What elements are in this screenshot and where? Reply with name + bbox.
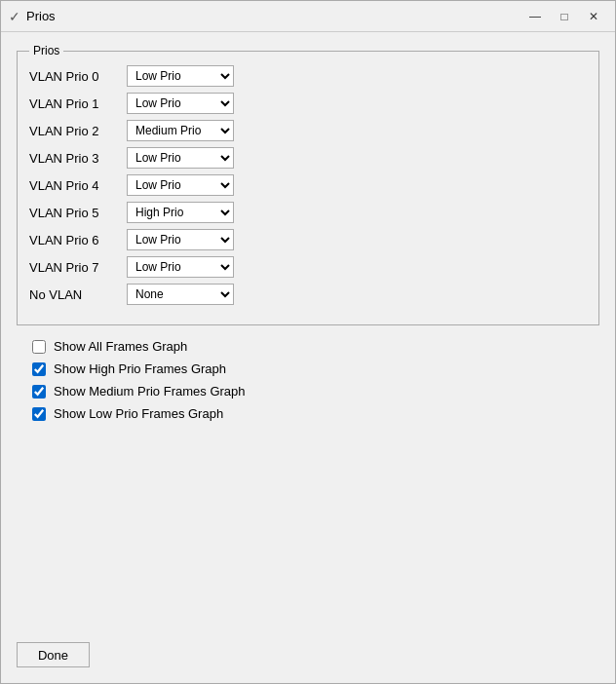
prio-label-novlan: No VLAN xyxy=(29,287,127,302)
checkbox-high-prio-frames-label[interactable]: Show High Prio Frames Graph xyxy=(54,361,226,376)
prio-row-4: VLAN Prio 4 None Low Prio Medium Prio Hi… xyxy=(29,174,587,196)
checkbox-row-medium: Show Medium Prio Frames Graph xyxy=(32,384,599,399)
prio-row-5: VLAN Prio 5 None Low Prio Medium Prio Hi… xyxy=(29,202,587,223)
checkbox-low-prio-frames[interactable] xyxy=(32,407,46,421)
checkbox-high-prio-frames[interactable] xyxy=(32,362,46,376)
prio-select-0[interactable]: None Low Prio Low Prio Medium Prio High … xyxy=(127,65,234,87)
checkbox-row-all: Show All Frames Graph xyxy=(32,339,599,354)
prio-select-novlan[interactable]: None Low Prio Medium Prio High Prio xyxy=(127,284,234,305)
done-button[interactable]: Done xyxy=(17,642,90,667)
prio-label-0: VLAN Prio 0 xyxy=(29,69,127,84)
prio-row-2: VLAN Prio 2 None Low Prio Medium Prio Hi… xyxy=(29,120,587,141)
window-title: Prios xyxy=(26,9,56,23)
title-bar: ✓ Prios — □ ✕ xyxy=(1,1,615,32)
prio-label-7: VLAN Prio 7 xyxy=(29,260,127,275)
title-bar-left: ✓ Prios xyxy=(9,9,56,24)
title-bar-controls: — □ ✕ xyxy=(521,7,607,26)
prio-label-2: VLAN Prio 2 xyxy=(29,124,127,138)
prio-row-7: VLAN Prio 7 None Low Prio Medium Prio Hi… xyxy=(29,256,587,278)
footer: Done xyxy=(1,632,615,683)
close-button[interactable]: ✕ xyxy=(580,7,607,26)
prio-label-1: VLAN Prio 1 xyxy=(29,96,127,111)
main-window: ✓ Prios — □ ✕ Prios VLAN Prio 0 None Low… xyxy=(0,0,616,684)
checkboxes-section: Show All Frames Graph Show High Prio Fra… xyxy=(17,335,599,425)
content-area: Prios VLAN Prio 0 None Low Prio Low Prio… xyxy=(1,32,615,632)
prio-select-3[interactable]: None Low Prio Medium Prio High Prio xyxy=(127,147,234,169)
checkbox-medium-prio-frames-label[interactable]: Show Medium Prio Frames Graph xyxy=(54,384,246,399)
prio-row-3: VLAN Prio 3 None Low Prio Medium Prio Hi… xyxy=(29,147,587,169)
prio-row-novlan: No VLAN None Low Prio Medium Prio High P… xyxy=(29,284,587,305)
prio-row-0: VLAN Prio 0 None Low Prio Low Prio Mediu… xyxy=(29,65,587,87)
checkbox-low-prio-frames-label[interactable]: Show Low Prio Frames Graph xyxy=(54,406,223,421)
prio-select-4[interactable]: None Low Prio Medium Prio High Prio xyxy=(127,174,234,196)
minimize-button[interactable]: — xyxy=(521,7,549,26)
checkbox-medium-prio-frames[interactable] xyxy=(32,385,46,399)
maximize-button[interactable]: □ xyxy=(551,7,578,26)
prio-row-6: VLAN Prio 6 None Low Prio Medium Prio Hi… xyxy=(29,229,587,250)
prio-select-7[interactable]: None Low Prio Medium Prio High Prio xyxy=(127,256,234,278)
checkbox-all-frames-label[interactable]: Show All Frames Graph xyxy=(54,339,187,354)
fieldset-legend: Prios xyxy=(29,44,63,57)
prio-label-4: VLAN Prio 4 xyxy=(29,178,127,193)
prio-select-1[interactable]: None Low Prio Medium Prio High Prio xyxy=(127,93,234,114)
prio-select-2[interactable]: None Low Prio Medium Prio High Prio xyxy=(127,120,234,141)
prio-select-5[interactable]: None Low Prio Medium Prio High Prio xyxy=(127,202,234,223)
checkbox-all-frames[interactable] xyxy=(32,340,46,354)
prio-label-5: VLAN Prio 5 xyxy=(29,206,127,220)
checkbox-row-high: Show High Prio Frames Graph xyxy=(32,361,599,376)
prio-select-6[interactable]: None Low Prio Medium Prio High Prio xyxy=(127,229,234,250)
window-icon: ✓ xyxy=(9,9,20,24)
prio-label-3: VLAN Prio 3 xyxy=(29,151,127,166)
checkbox-row-low: Show Low Prio Frames Graph xyxy=(32,406,599,421)
prio-label-6: VLAN Prio 6 xyxy=(29,233,127,247)
prio-row-1: VLAN Prio 1 None Low Prio Medium Prio Hi… xyxy=(29,93,587,114)
prios-fieldset: Prios VLAN Prio 0 None Low Prio Low Prio… xyxy=(17,44,599,325)
